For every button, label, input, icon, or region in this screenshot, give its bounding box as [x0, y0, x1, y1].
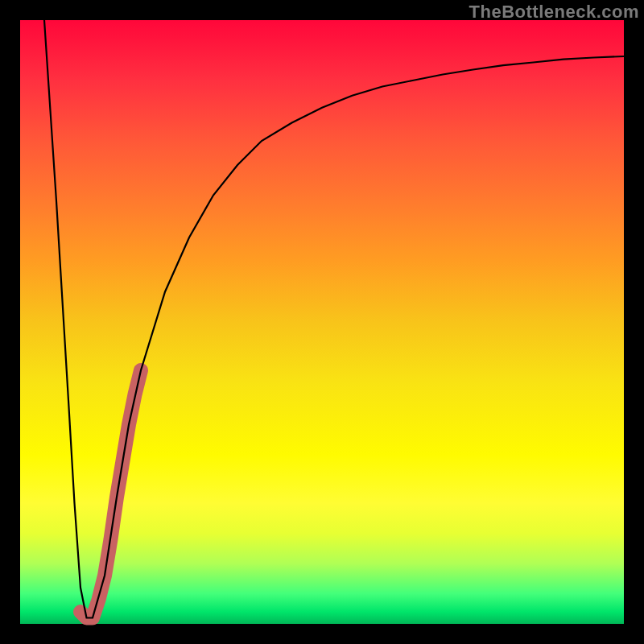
chart-frame: TheBottleneck.com — [0, 0, 644, 644]
chart-svg — [20, 20, 624, 624]
plot-area — [20, 20, 624, 624]
data-curve — [44, 20, 624, 618]
